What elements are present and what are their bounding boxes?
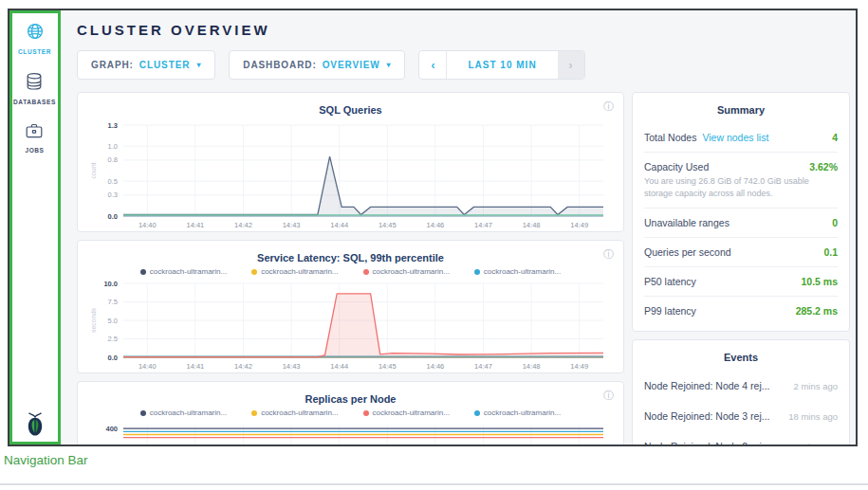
svg-text:2.5: 2.5	[108, 335, 118, 343]
svg-text:0.3: 0.3	[108, 191, 118, 199]
summary-title: Summary	[644, 100, 838, 123]
svg-text:1.3: 1.3	[108, 121, 118, 130]
svg-text:14:43: 14:43	[283, 362, 301, 371]
svg-text:14:46: 14:46	[427, 221, 445, 229]
legend-dot-icon	[363, 269, 369, 275]
capacity-used-subtext: You are using 26.8 GiB of 742.0 GiB usab…	[644, 175, 838, 199]
legend-dot-icon	[251, 410, 257, 416]
dashboard-dropdown-value: OVERVIEW	[323, 60, 380, 70]
legend-label: cockroach-ultramarin...	[484, 408, 561, 417]
screenshot-canvas: CLUSTER DATABASES	[0, 0, 868, 490]
charts-column: SQL Queries ⓘ 0.00.30.50.81.01.314:4014:…	[77, 92, 624, 445]
legend-item[interactable]: cockroach-ultramarin...	[251, 408, 338, 417]
chart-title: SQL Queries	[319, 104, 381, 116]
svg-text:count: count	[90, 162, 97, 178]
chart-canvas: 0.00.30.50.81.01.314:4014:4114:4214:4314…	[87, 119, 614, 231]
legend-label: cockroach-ultramarin...	[261, 267, 338, 276]
legend-label: cockroach-ultramarin...	[261, 408, 338, 417]
svg-text:14:48: 14:48	[523, 221, 541, 229]
event-row: Node Rejoined: Node 3 rej... 18 mins ago	[644, 401, 838, 431]
legend-label: cockroach-ultramarin...	[150, 408, 227, 417]
legend-dot-icon	[474, 269, 480, 275]
legend-item[interactable]: cockroach-ultramarin...	[140, 408, 227, 417]
summary-value: 0.1	[823, 246, 838, 258]
svg-text:0.8: 0.8	[108, 155, 118, 164]
service-latency-chart-panel: Service Latency: SQL, 99th percentile ⓘ …	[77, 240, 624, 373]
page-title: CLUSTER OVERVIEW	[77, 22, 850, 38]
info-icon[interactable]: ⓘ	[603, 389, 614, 403]
admin-ui-window: CLUSTER DATABASES	[8, 9, 858, 446]
summary-value: 10.5 ms	[801, 276, 838, 287]
svg-text:0.5: 0.5	[108, 177, 118, 186]
svg-text:14:41: 14:41	[187, 362, 205, 371]
graph-dropdown-label: GRAPH:	[91, 60, 134, 70]
database-icon	[26, 72, 43, 95]
replicas-per-node-chart-panel: Replicas per Node ⓘ cockroach-ultramarin…	[77, 381, 624, 445]
navigation-bar: CLUSTER DATABASES	[9, 10, 61, 445]
svg-text:14:47: 14:47	[474, 362, 492, 371]
summary-label: Queries per second	[644, 246, 731, 258]
dashboard-dropdown-label: DASHBOARD:	[243, 60, 316, 70]
event-text: Node Rejoined: Node 4 rej...	[644, 380, 770, 391]
chart-legend: cockroach-ultramarin...cockroach-ultrama…	[87, 267, 614, 276]
info-icon[interactable]: ⓘ	[603, 247, 614, 262]
cockroachdb-logo[interactable]	[9, 411, 60, 437]
view-nodes-list-link[interactable]: View nodes list	[702, 132, 768, 143]
summary-label: P99 latency	[644, 305, 696, 317]
event-time: 31 mins ago	[788, 442, 838, 445]
legend-dot-icon	[251, 269, 257, 275]
legend-item[interactable]: cockroach-ultramarin...	[474, 408, 561, 417]
chart-title: Service Latency: SQL, 99th percentile	[257, 252, 444, 263]
sidebar-item-label: JOBS	[25, 147, 44, 154]
summary-label: Total Nodes	[644, 132, 696, 143]
time-range-next-button[interactable]: ›	[558, 51, 584, 79]
legend-item[interactable]: cockroach-ultramarin...	[363, 408, 450, 417]
graph-dropdown[interactable]: GRAPH: CLUSTER ▾	[77, 50, 215, 80]
svg-text:10.0: 10.0	[103, 280, 118, 288]
svg-text:14:49: 14:49	[570, 362, 588, 371]
summary-row-queries-per-second: Queries per second 0.1	[644, 237, 838, 266]
legend-label: cockroach-ultramarin...	[373, 267, 450, 276]
svg-text:400: 400	[105, 425, 118, 433]
svg-text:14:41: 14:41	[187, 221, 205, 229]
svg-text:14:44: 14:44	[330, 362, 348, 371]
svg-text:14:43: 14:43	[283, 221, 301, 229]
chart-title: Replicas per Node	[305, 393, 397, 405]
svg-text:14:45: 14:45	[379, 362, 397, 371]
sidebar-item-cluster[interactable]: CLUSTER	[18, 22, 51, 55]
svg-text:14:46: 14:46	[427, 362, 445, 371]
main-content: CLUSTER OVERVIEW GRAPH: CLUSTER ▾ DASHBO…	[61, 10, 856, 445]
right-column: Summary Total NodesView nodes list 4 Cap…	[632, 92, 850, 445]
time-range-value[interactable]: LAST 10 MIN	[447, 51, 557, 79]
svg-text:7.5: 7.5	[108, 298, 118, 306]
sidebar-item-label: DATABASES	[13, 99, 56, 105]
svg-text:14:45: 14:45	[379, 221, 397, 229]
briefcase-icon	[25, 122, 44, 143]
legend-dot-icon	[474, 410, 480, 416]
time-range-selector: ‹ LAST 10 MIN ›	[418, 50, 584, 80]
summary-label: Unavailable ranges	[644, 217, 729, 228]
svg-text:14:42: 14:42	[234, 362, 252, 371]
time-range-prev-button[interactable]: ‹	[419, 51, 447, 79]
sidebar-item-databases[interactable]: DATABASES	[13, 72, 56, 105]
page-divider	[0, 483, 868, 485]
globe-icon	[26, 22, 45, 45]
legend-item[interactable]: cockroach-ultramarin...	[251, 267, 338, 276]
legend-item[interactable]: cockroach-ultramarin...	[474, 267, 561, 276]
events-panel: Events Node Rejoined: Node 4 rej... 2 mi…	[632, 339, 850, 445]
legend-item[interactable]: cockroach-ultramarin...	[363, 267, 450, 276]
svg-text:14:42: 14:42	[234, 221, 252, 229]
legend-item[interactable]: cockroach-ultramarin...	[140, 267, 227, 276]
legend-label: cockroach-ultramarin...	[373, 408, 450, 417]
dashboard-dropdown[interactable]: DASHBOARD: OVERVIEW ▾	[229, 50, 405, 80]
summary-row-p50-latency: P50 latency 10.5 ms	[644, 266, 838, 296]
summary-value: 3.62%	[809, 161, 838, 172]
svg-text:14:47: 14:47	[474, 221, 492, 229]
sidebar-item-jobs[interactable]: JOBS	[25, 122, 44, 154]
controls-row: GRAPH: CLUSTER ▾ DASHBOARD: OVERVIEW ▾ ‹…	[77, 50, 850, 80]
events-title: Events	[644, 348, 838, 371]
summary-value: 285.2 ms	[796, 305, 838, 317]
event-row: Node Rejoined: Node 2 rej... 31 mins ago	[644, 431, 838, 445]
chevron-down-icon: ▾	[196, 61, 201, 69]
info-icon[interactable]: ⓘ	[603, 100, 614, 114]
